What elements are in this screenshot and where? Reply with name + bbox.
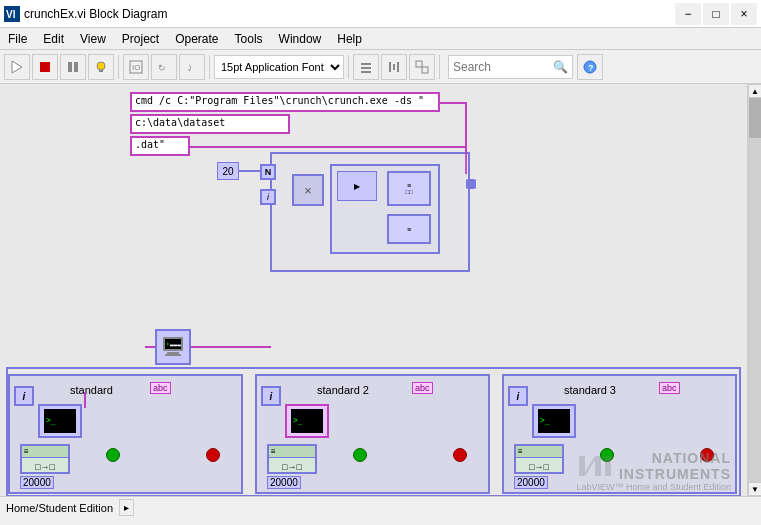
svg-marker-2: [12, 61, 22, 73]
mult-node-inner: ×: [292, 174, 324, 206]
scroll-thumb[interactable]: [749, 98, 761, 138]
panel3-num20000: 20000: [514, 476, 548, 489]
svg-rect-7: [99, 70, 103, 72]
align-button[interactable]: [353, 54, 379, 80]
help-button[interactable]: ?: [577, 54, 603, 80]
svg-text:?: ?: [588, 63, 594, 73]
menu-item-window[interactable]: Window: [271, 28, 330, 49]
toolbar-btn-3[interactable]: IO: [123, 54, 149, 80]
close-button[interactable]: ×: [731, 3, 757, 25]
string-box-1: cmd /c C:"Program Files"\crunch\crunch.e…: [130, 92, 440, 112]
svg-text:▬▬▬: ▬▬▬: [170, 341, 181, 348]
menu-item-tools[interactable]: Tools: [227, 28, 271, 49]
menu-item-project[interactable]: Project: [114, 28, 167, 49]
svg-rect-4: [68, 62, 72, 72]
svg-rect-15: [389, 62, 391, 72]
status-text: Home/Student Edition: [6, 502, 113, 514]
toolbar-sep1: [118, 55, 119, 79]
for-loop: N i 20 × ▶ ≡□□ ≡: [270, 152, 470, 272]
menu-item-help[interactable]: Help: [329, 28, 370, 49]
status-bar: Home/Student Edition ▸: [0, 496, 761, 518]
menu-bar: FileEditViewProjectOperateToolsWindowHel…: [0, 28, 761, 50]
svg-rect-18: [416, 61, 422, 67]
svg-text:>_: >_: [46, 416, 56, 425]
panel3-flat-seq: ≡ □→□: [514, 444, 564, 474]
svg-text:⤸: ⤸: [186, 63, 194, 73]
panel2-title: standard 2: [317, 384, 369, 396]
svg-rect-3: [40, 62, 50, 72]
toolbar-sep3: [348, 55, 349, 79]
ni-logo: NATIONALINSTRUMENTS: [576, 450, 731, 482]
inner-struct: ▶ ≡□□ ≡: [330, 164, 440, 254]
panel1-num20000: 20000: [20, 476, 54, 489]
panel3-abc: abc: [659, 382, 680, 394]
svg-text:>_: >_: [293, 416, 303, 425]
panel1-green: [106, 448, 120, 462]
maximize-button[interactable]: □: [703, 3, 729, 25]
svg-text:VI: VI: [6, 9, 16, 20]
scroll-track[interactable]: [748, 98, 761, 482]
run-button[interactable]: [4, 54, 30, 80]
scroll-down-arrow[interactable]: ▼: [748, 482, 761, 496]
panel2-green: [353, 448, 367, 462]
svg-rect-16: [393, 64, 395, 70]
menu-item-file[interactable]: File: [0, 28, 35, 49]
canvas-area[interactable]: cmd /c C:"Program Files"\crunch\crunch.e…: [0, 84, 761, 496]
i-terminal: i: [260, 189, 276, 205]
string-box-2: c:\data\dataset: [130, 114, 290, 134]
svg-point-6: [97, 62, 105, 70]
n-terminal: N: [260, 164, 276, 180]
panel2-red: [453, 448, 467, 462]
svg-rect-14: [361, 71, 371, 73]
svg-text:>_: >_: [540, 416, 550, 425]
svg-rect-34: [605, 456, 611, 476]
toolbar-sep2: [209, 55, 210, 79]
sys-exec-node: * ▬▬▬: [155, 329, 191, 365]
panel2-i-terminal: i: [261, 386, 281, 406]
toolbar-btn-5[interactable]: ⤸: [179, 54, 205, 80]
resize-button[interactable]: [409, 54, 435, 80]
scroll-up-arrow[interactable]: ▲: [748, 84, 761, 98]
app-icon: VI: [4, 6, 20, 22]
lightbulb-button[interactable]: [88, 54, 114, 80]
search-icon: 🔍: [553, 60, 568, 74]
svg-rect-13: [361, 67, 371, 69]
svg-rect-19: [422, 67, 428, 73]
menu-item-operate[interactable]: Operate: [167, 28, 226, 49]
svg-rect-17: [397, 62, 399, 72]
ni-watermark: NATIONALINSTRUMENTS LabVIEW™ Home and St…: [576, 450, 731, 492]
window-controls: − □ ×: [675, 3, 757, 25]
num-20-box: 20: [217, 162, 239, 180]
toolbar-sep4: [439, 55, 440, 79]
panel1-title: standard: [70, 384, 113, 396]
search-box[interactable]: 🔍: [448, 55, 573, 79]
wire-h-str3: [190, 146, 465, 148]
panel2-flat-seq: ≡ □→□: [267, 444, 317, 474]
pause-button[interactable]: [60, 54, 86, 80]
panel2-exec: >_: [285, 404, 329, 438]
panel3-exec: >_: [532, 404, 576, 438]
title-bar: VI crunchEx.vi Block Diagram − □ ×: [0, 0, 761, 28]
panel2-abc: abc: [412, 382, 433, 394]
panel3-title: standard 3: [564, 384, 616, 396]
toolbar: IO ↻ ⤸ 15pt Application Font 🔍 ?: [0, 50, 761, 84]
minimize-button[interactable]: −: [675, 3, 701, 25]
panel3-i-terminal: i: [508, 386, 528, 406]
abort-button[interactable]: [32, 54, 58, 80]
toolbar-btn-4[interactable]: ↻: [151, 54, 177, 80]
menu-item-edit[interactable]: Edit: [35, 28, 72, 49]
scrollbar-right[interactable]: ▲ ▼: [747, 84, 761, 496]
subpanel-standard: i standard abc >_ ≡ □→□ 20000: [8, 374, 243, 494]
menu-item-view[interactable]: View: [72, 28, 114, 49]
search-input[interactable]: [453, 60, 553, 74]
font-selector[interactable]: 15pt Application Font: [214, 55, 344, 79]
string-box-3: .dat": [130, 136, 190, 156]
svg-rect-12: [361, 63, 371, 65]
block-diagram: cmd /c C:"Program Files"\crunch\crunch.e…: [0, 84, 747, 496]
title-text: crunchEx.vi Block Diagram: [24, 7, 675, 21]
status-arrow[interactable]: ▸: [119, 499, 134, 516]
distribute-button[interactable]: [381, 54, 407, 80]
panel1-flat-seq: ≡ □→□: [20, 444, 70, 474]
svg-text:↻: ↻: [158, 63, 166, 73]
svg-rect-5: [74, 62, 78, 72]
